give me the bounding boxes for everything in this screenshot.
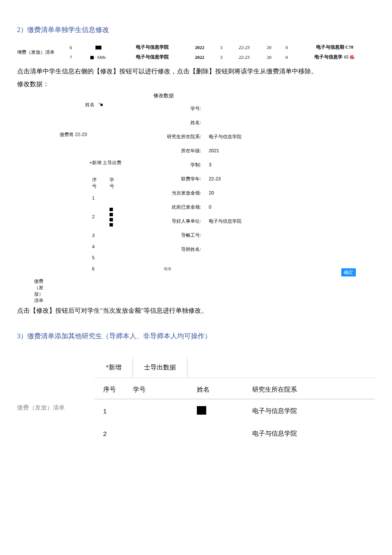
bg-name-label: 姓名 <box>85 102 95 107</box>
add-side-label: 缴费（发放）清单 <box>17 404 65 412</box>
cancel-hint[interactable]: 取消 <box>164 267 171 271</box>
field-label-feeyear: 联费学年: <box>145 176 209 182</box>
tab-export[interactable]: 士导出数据 <box>133 357 187 378</box>
bg-row-seq: 1 <box>86 193 103 203</box>
cell-seq: 1 <box>95 407 133 415</box>
hdr-seq: 序号 <box>95 386 133 394</box>
bg-name-value: "■ <box>98 102 103 107</box>
instruction-text-1: 点击清单中学生信息右侧的【修改】按钮可以进行修改，点击【删除】按钮则将该学生从缴… <box>17 66 375 77</box>
cell-dept: 电子与信息学院 <box>118 52 186 62</box>
section-3: 3）缴费清单添加其他研究生（导师本人、非导师本人均可操作） 缴费（发放）清单 *… <box>17 332 375 445</box>
cell-id: ■・SMi- · SMi- <box>79 52 118 62</box>
field-label-dept: 研究生所在院系: <box>145 134 209 140</box>
field-label-advisor-id: 导畅工号: <box>145 232 209 238</box>
table-row: 7 ■・SMi- · SMi- 电子与信息学院 2022 3 22-23 20 … <box>63 52 375 62</box>
table-row: 6 电子与信息学院 2022 3 22-23 20 0 电子与信息期 C?8 <box>63 42 375 52</box>
cell-dept: 电子与信息学院 <box>252 407 375 415</box>
cell-dept: 电子与信息学院 <box>118 42 186 52</box>
cell-tail: 电子与信息学 15 临. <box>294 52 375 62</box>
cell-prev: 0 <box>279 52 294 62</box>
bg-row-seq: 6 <box>86 264 103 274</box>
field-value-duration[interactable]: 3 <box>209 162 211 168</box>
modal-title: 修改数据 <box>153 92 290 99</box>
instruction-text-3: 点击【修改】按钮后可对学生"当次发放金额"等信息进行单独修改。 <box>17 305 375 317</box>
cell-seq: 7 <box>63 52 79 62</box>
bg-row-seq: 2 <box>86 204 103 230</box>
bg-add-export[interactable]: +新增 土导出费 <box>89 160 121 166</box>
cell-seq: 6 <box>63 42 79 52</box>
cell-id <box>79 42 118 52</box>
tab-add-new[interactable]: *新增 <box>95 357 133 378</box>
field-value-feeyear[interactable]: 22-23 <box>209 176 221 182</box>
field-value-amount[interactable]: 20 <box>209 190 214 196</box>
cell-amt: 20 <box>259 42 279 52</box>
bg-side-label: 缴费（发放）清单 <box>34 278 43 304</box>
bg-small-table: 序号学号 1 2 3 4 5 6 <box>85 173 121 275</box>
bg-row-seq: 3 <box>86 230 103 241</box>
cell-name <box>197 406 252 416</box>
cell-year: 2022 <box>186 42 213 52</box>
bg-row-id <box>104 204 120 230</box>
hdr-name: 姓名 <box>197 386 252 394</box>
cell-seq: 2 <box>95 430 133 437</box>
add-header-row: 序号 学号 姓名 研究生所在院系 <box>95 386 375 399</box>
field-label-advisor-dept: 导好人事单位: <box>145 218 209 224</box>
hdr-dept: 研究生所在院系 <box>252 386 375 394</box>
field-value-grade[interactable]: 2021 <box>209 148 219 154</box>
cell-dept: 电子与信息学院 <box>252 430 375 438</box>
section-2-heading: 2）缴费清单单独学生信息修改 <box>17 26 375 35</box>
cell-prev: 0 <box>279 42 294 52</box>
field-value-advisor-dept[interactable]: 电子与信息学院 <box>209 218 242 224</box>
confirm-button[interactable]: 确定 <box>341 268 356 276</box>
instruction-text-2: 修改数据： <box>17 79 375 90</box>
cell-yr2: 22-23 <box>229 52 259 62</box>
field-label-grade: 所在年级: <box>145 148 209 154</box>
list-item[interactable]: 2 电子与信息学院 <box>95 423 375 445</box>
cell-dur: 3 <box>213 52 229 62</box>
bg-hdr-seq: 序号 <box>86 174 103 192</box>
bg-hdr-id: 学号 <box>104 174 120 192</box>
modal-area: 姓名 "■ 缴费将 22-23 +新增 土导出费 序号学号 1 2 3 4 5 … <box>17 92 375 301</box>
cell-year: 2022 <box>186 52 213 62</box>
field-label-id: 学号: <box>145 105 209 112</box>
bg-row-seq: 5 <box>86 253 103 263</box>
add-main: *新增 士导出数据 序号 学号 姓名 研究生所在院系 1 电子与信息学院 2 电… <box>95 357 375 445</box>
tab-row: *新增 士导出数据 <box>95 357 375 378</box>
field-label-prev: 此前已发金领: <box>145 204 209 210</box>
list-item[interactable]: 1 电子与信息学院 <box>95 399 375 423</box>
cell-tail: 电子与信息期 C?8 <box>294 42 375 52</box>
field-value-dept[interactable]: 电子与信息学院 <box>209 134 242 140</box>
section-3-heading: 3）缴费清单添加其他研究生（导师本人、非导师本人均可操作） <box>17 332 375 341</box>
top-table-wrap: 增费（发放）清单 6 电子与信息学院 2022 3 22-23 20 0 电子与… <box>17 42 375 62</box>
field-label-advisor-name: 导肺姓名: <box>145 246 209 253</box>
bg-row-seq: 4 <box>86 241 103 252</box>
edit-modal: 修改数据 学号: 姓名: 研究生所在院系:电子与信息学院 所在年级:2021 学… <box>145 92 290 260</box>
hdr-id: 学号 <box>133 386 197 394</box>
field-value-prev[interactable]: 0 <box>209 204 211 210</box>
top-side-label: 增费（发放）清单 <box>17 49 55 55</box>
top-table: 6 电子与信息学院 2022 3 22-23 20 0 电子与信息期 C?8 7… <box>63 42 375 62</box>
cell-amt: 20 <box>259 52 279 62</box>
field-label-name: 姓名: <box>145 119 209 126</box>
field-label-duration: 学制: <box>145 162 209 168</box>
cell-dur: 3 <box>213 42 229 52</box>
cell-yr2: 22-23 <box>229 42 259 52</box>
bg-fee-label: 缴费将 22-23 <box>60 131 87 138</box>
field-label-amount: 当次发放金领: <box>145 190 209 196</box>
